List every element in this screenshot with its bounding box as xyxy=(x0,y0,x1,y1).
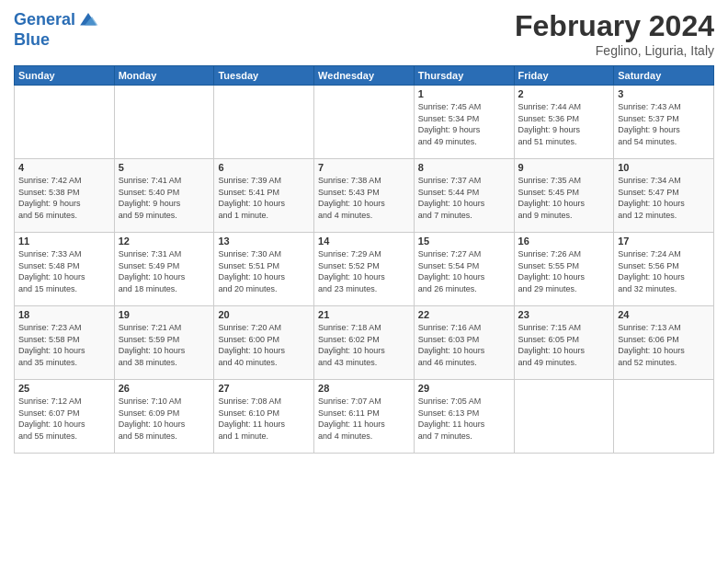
title-block: February 2024 Feglino, Liguria, Italy xyxy=(515,9,714,58)
calendar-cell: 22Sunrise: 7:16 AM Sunset: 6:03 PM Dayli… xyxy=(414,306,514,380)
header: General Blue February 2024 Feglino, Ligu… xyxy=(14,9,714,58)
weekday-monday: Monday xyxy=(114,66,214,86)
calendar-cell: 12Sunrise: 7:31 AM Sunset: 5:49 PM Dayli… xyxy=(114,233,214,306)
week-row-4: 18Sunrise: 7:23 AM Sunset: 5:58 PM Dayli… xyxy=(15,306,714,380)
week-row-2: 4Sunrise: 7:42 AM Sunset: 5:38 PM Daylig… xyxy=(15,159,714,233)
day-info: Sunrise: 7:30 AM Sunset: 5:51 PM Dayligh… xyxy=(218,248,310,294)
day-info: Sunrise: 7:44 AM Sunset: 5:36 PM Dayligh… xyxy=(518,101,610,147)
day-number: 29 xyxy=(418,383,510,394)
calendar-cell: 16Sunrise: 7:26 AM Sunset: 5:55 PM Dayli… xyxy=(514,233,614,306)
day-info: Sunrise: 7:15 AM Sunset: 6:05 PM Dayligh… xyxy=(518,322,610,368)
day-number: 23 xyxy=(518,309,610,320)
calendar-cell: 2Sunrise: 7:44 AM Sunset: 5:36 PM Daylig… xyxy=(514,86,614,159)
day-info: Sunrise: 7:41 AM Sunset: 5:40 PM Dayligh… xyxy=(119,175,210,221)
day-info: Sunrise: 7:20 AM Sunset: 6:00 PM Dayligh… xyxy=(218,322,310,368)
day-number: 8 xyxy=(418,162,510,173)
day-info: Sunrise: 7:16 AM Sunset: 6:03 PM Dayligh… xyxy=(418,322,510,368)
calendar-table: SundayMondayTuesdayWednesdayThursdayFrid… xyxy=(14,65,714,454)
logo: General Blue xyxy=(14,9,99,50)
calendar-cell: 17Sunrise: 7:24 AM Sunset: 5:56 PM Dayli… xyxy=(614,233,714,306)
day-info: Sunrise: 7:10 AM Sunset: 6:09 PM Dayligh… xyxy=(119,396,210,442)
calendar-cell: 13Sunrise: 7:30 AM Sunset: 5:51 PM Dayli… xyxy=(214,233,314,306)
month-title: February 2024 xyxy=(515,9,714,43)
calendar-cell: 6Sunrise: 7:39 AM Sunset: 5:41 PM Daylig… xyxy=(214,159,314,233)
weekday-sunday: Sunday xyxy=(15,66,115,86)
day-info: Sunrise: 7:07 AM Sunset: 6:11 PM Dayligh… xyxy=(318,396,410,442)
day-info: Sunrise: 7:34 AM Sunset: 5:47 PM Dayligh… xyxy=(618,175,710,221)
day-info: Sunrise: 7:12 AM Sunset: 6:07 PM Dayligh… xyxy=(18,396,110,442)
location-title: Feglino, Liguria, Italy xyxy=(515,43,714,58)
calendar-cell: 8Sunrise: 7:37 AM Sunset: 5:44 PM Daylig… xyxy=(414,159,514,233)
day-info: Sunrise: 7:08 AM Sunset: 6:10 PM Dayligh… xyxy=(218,396,310,442)
day-info: Sunrise: 7:37 AM Sunset: 5:44 PM Dayligh… xyxy=(418,175,510,221)
day-info: Sunrise: 7:13 AM Sunset: 6:06 PM Dayligh… xyxy=(618,322,710,368)
day-info: Sunrise: 7:18 AM Sunset: 6:02 PM Dayligh… xyxy=(318,322,410,368)
week-row-1: 1Sunrise: 7:45 AM Sunset: 5:34 PM Daylig… xyxy=(15,86,714,159)
calendar-cell: 27Sunrise: 7:08 AM Sunset: 6:10 PM Dayli… xyxy=(214,380,314,454)
calendar-cell: 7Sunrise: 7:38 AM Sunset: 5:43 PM Daylig… xyxy=(314,159,415,233)
day-info: Sunrise: 7:39 AM Sunset: 5:41 PM Dayligh… xyxy=(218,175,310,221)
calendar-cell: 24Sunrise: 7:13 AM Sunset: 6:06 PM Dayli… xyxy=(614,306,714,380)
day-info: Sunrise: 7:42 AM Sunset: 5:38 PM Dayligh… xyxy=(18,175,110,221)
day-number: 24 xyxy=(618,309,710,320)
day-number: 27 xyxy=(218,383,310,394)
day-number: 6 xyxy=(218,162,310,173)
weekday-saturday: Saturday xyxy=(614,66,714,86)
day-number: 21 xyxy=(318,309,410,320)
calendar-cell: 19Sunrise: 7:21 AM Sunset: 5:59 PM Dayli… xyxy=(114,306,214,380)
day-info: Sunrise: 7:27 AM Sunset: 5:54 PM Dayligh… xyxy=(418,248,510,294)
day-info: Sunrise: 7:05 AM Sunset: 6:13 PM Dayligh… xyxy=(418,396,510,442)
day-info: Sunrise: 7:26 AM Sunset: 5:55 PM Dayligh… xyxy=(518,248,610,294)
day-number: 10 xyxy=(618,162,710,173)
week-row-3: 11Sunrise: 7:33 AM Sunset: 5:48 PM Dayli… xyxy=(15,233,714,306)
calendar-cell: 25Sunrise: 7:12 AM Sunset: 6:07 PM Dayli… xyxy=(15,380,115,454)
day-info: Sunrise: 7:29 AM Sunset: 5:52 PM Dayligh… xyxy=(318,248,410,294)
calendar-cell: 10Sunrise: 7:34 AM Sunset: 5:47 PM Dayli… xyxy=(614,159,714,233)
day-info: Sunrise: 7:33 AM Sunset: 5:48 PM Dayligh… xyxy=(18,248,110,294)
calendar-cell: 9Sunrise: 7:35 AM Sunset: 5:45 PM Daylig… xyxy=(514,159,614,233)
calendar-cell xyxy=(514,380,614,454)
day-number: 14 xyxy=(318,236,410,247)
day-info: Sunrise: 7:23 AM Sunset: 5:58 PM Dayligh… xyxy=(18,322,110,368)
day-number: 11 xyxy=(18,236,110,247)
calendar-cell: 11Sunrise: 7:33 AM Sunset: 5:48 PM Dayli… xyxy=(15,233,115,306)
day-number: 17 xyxy=(618,236,710,247)
calendar-cell: 3Sunrise: 7:43 AM Sunset: 5:37 PM Daylig… xyxy=(614,86,714,159)
calendar-cell: 5Sunrise: 7:41 AM Sunset: 5:40 PM Daylig… xyxy=(114,159,214,233)
weekday-header-row: SundayMondayTuesdayWednesdayThursdayFrid… xyxy=(15,66,714,86)
day-number: 26 xyxy=(119,383,210,394)
calendar-cell: 4Sunrise: 7:42 AM Sunset: 5:38 PM Daylig… xyxy=(15,159,115,233)
day-number: 5 xyxy=(119,162,210,173)
day-info: Sunrise: 7:21 AM Sunset: 5:59 PM Dayligh… xyxy=(119,322,210,368)
day-number: 2 xyxy=(518,88,610,99)
day-number: 28 xyxy=(318,383,410,394)
day-info: Sunrise: 7:45 AM Sunset: 5:34 PM Dayligh… xyxy=(418,101,510,147)
day-number: 25 xyxy=(18,383,110,394)
day-number: 1 xyxy=(418,88,510,99)
calendar-cell xyxy=(314,86,415,159)
calendar-cell: 28Sunrise: 7:07 AM Sunset: 6:11 PM Dayli… xyxy=(314,380,415,454)
calendar-cell: 15Sunrise: 7:27 AM Sunset: 5:54 PM Dayli… xyxy=(414,233,514,306)
day-info: Sunrise: 7:24 AM Sunset: 5:56 PM Dayligh… xyxy=(618,248,710,294)
logo-text: General xyxy=(14,11,75,29)
day-number: 15 xyxy=(418,236,510,247)
day-number: 19 xyxy=(119,309,210,320)
day-info: Sunrise: 7:31 AM Sunset: 5:49 PM Dayligh… xyxy=(119,248,210,294)
calendar-cell: 18Sunrise: 7:23 AM Sunset: 5:58 PM Dayli… xyxy=(15,306,115,380)
day-number: 3 xyxy=(618,88,710,99)
calendar-cell: 20Sunrise: 7:20 AM Sunset: 6:00 PM Dayli… xyxy=(214,306,314,380)
calendar-cell: 14Sunrise: 7:29 AM Sunset: 5:52 PM Dayli… xyxy=(314,233,415,306)
weekday-tuesday: Tuesday xyxy=(214,66,314,86)
day-number: 18 xyxy=(18,309,110,320)
weekday-friday: Friday xyxy=(514,66,614,86)
week-row-5: 25Sunrise: 7:12 AM Sunset: 6:07 PM Dayli… xyxy=(15,380,714,454)
day-number: 20 xyxy=(218,309,310,320)
logo-line2: Blue xyxy=(14,31,99,50)
calendar-cell: 26Sunrise: 7:10 AM Sunset: 6:09 PM Dayli… xyxy=(114,380,214,454)
day-number: 16 xyxy=(518,236,610,247)
day-number: 22 xyxy=(418,309,510,320)
calendar-cell: 1Sunrise: 7:45 AM Sunset: 5:34 PM Daylig… xyxy=(414,86,514,159)
day-number: 9 xyxy=(518,162,610,173)
weekday-wednesday: Wednesday xyxy=(314,66,415,86)
day-number: 13 xyxy=(218,236,310,247)
